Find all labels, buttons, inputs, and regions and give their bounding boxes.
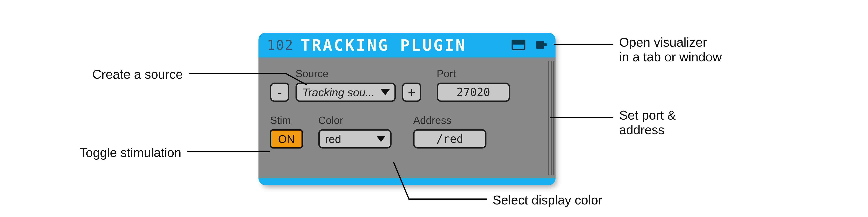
source-label: Source [296,67,396,80]
plugin-id: 102 [267,37,293,53]
callout-select-color: Select display color [493,193,602,208]
stim-label: Stim [270,114,303,126]
plugin-title: TRACKING PLUGIN [301,36,467,54]
color-dropdown[interactable]: red [318,129,392,149]
chevron-down-icon [380,89,390,95]
remove-source-button[interactable]: - [270,83,289,102]
callout-open-vis: Open visualizer in a tab or window [619,35,722,64]
svg-rect-3 [544,43,547,46]
visualizer-launchers [512,40,547,50]
source-dropdown[interactable]: Tracking sou... [296,83,396,102]
port-label: Port [437,67,510,80]
chevron-down-icon [376,136,385,142]
color-dropdown-value: red [325,132,341,146]
address-field[interactable]: /red [413,129,487,149]
svg-rect-1 [512,41,525,44]
panel-footer [258,178,556,185]
tracking-plugin-panel: 102 TRACKING PLUGIN - Source Tracking so… [258,33,556,185]
callout-toggle-stim: Toggle stimulation [69,146,181,160]
source-dropdown-value: Tracking sou... [302,86,375,99]
open-in-window-icon[interactable] [533,40,547,50]
color-label: Color [318,114,392,126]
add-source-button[interactable]: + [402,83,421,102]
address-label: Address [413,114,487,126]
drag-rail[interactable] [547,61,556,175]
callout-create-source: Create a source [90,67,183,82]
open-in-tab-icon[interactable] [512,40,525,50]
panel-body: - Source Tracking sou... + Port 27020 St… [258,58,556,178]
panel-header: 102 TRACKING PLUGIN [258,33,556,58]
svg-rect-2 [536,41,544,49]
callout-set-port: Set port & address [619,108,676,137]
port-field[interactable]: 27020 [437,83,510,102]
stim-toggle[interactable]: ON [270,129,303,149]
